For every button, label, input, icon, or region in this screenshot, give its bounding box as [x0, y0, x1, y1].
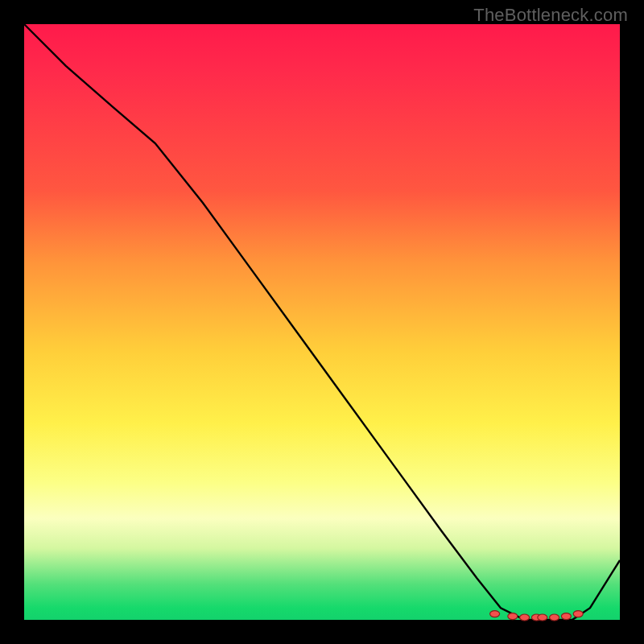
chart-frame: TheBottleneck.com	[0, 0, 644, 644]
marker-point	[561, 613, 571, 620]
marker-point	[520, 614, 530, 621]
marker-point	[573, 611, 583, 617]
marker-point	[508, 613, 518, 620]
marker-point	[538, 614, 547, 621]
chart-svg	[24, 24, 620, 620]
marker-group	[490, 611, 584, 621]
marker-point	[550, 614, 559, 621]
watermark-text: TheBottleneck.com	[473, 5, 628, 26]
marker-point	[490, 611, 500, 617]
plot-area	[24, 24, 620, 620]
bottleneck-curve	[24, 24, 620, 620]
